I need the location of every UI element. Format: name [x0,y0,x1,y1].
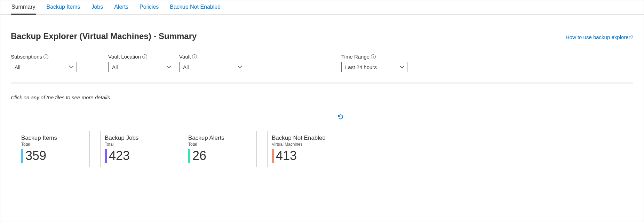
tile-backup-alerts[interactable]: Backup Alerts Total 26 [184,131,257,167]
tile-title: Backup Not Enabled [272,135,336,141]
tile-value: 26 [192,150,206,162]
tab-alerts[interactable]: Alerts [113,1,129,15]
chevron-down-icon [69,64,74,69]
tile-value: 423 [109,150,130,162]
tile-value: 413 [276,150,297,162]
header-row: Backup Explorer (Virtual Machines) - Sum… [0,15,644,41]
info-icon[interactable]: i [192,54,197,59]
info-icon[interactable]: i [43,54,48,59]
tab-summary[interactable]: Summary [11,1,36,15]
tab-bar: Summary Backup Items Jobs Alerts Policie… [0,0,644,15]
tile-title: Backup Jobs [105,135,169,141]
filter-vault-location-label: Vault Location i [108,54,179,60]
tile-sub: Total [105,142,169,147]
vault-dropdown[interactable]: All [179,62,245,72]
filter-time-range: Time Range i Last 24 hours [341,54,411,72]
filter-row: Subscriptions i All Vault Location i All [0,41,644,72]
undo-row [0,100,644,122]
time-range-dropdown-value: Last 24 hours [345,64,377,70]
tile-accent-bar [272,149,274,163]
page-frame: Summary Backup Items Jobs Alerts Policie… [0,0,644,222]
tile-value: 359 [25,150,46,162]
tile-sub: Total [188,142,252,147]
tile-sub: Virtual Machines [272,142,336,147]
subscriptions-dropdown[interactable]: All [11,62,77,72]
info-icon[interactable]: i [371,54,376,59]
filter-time-range-label: Time Range i [341,54,411,60]
tab-backup-not-enabled[interactable]: Backup Not Enabled [169,1,221,15]
chevron-down-icon [237,64,242,69]
help-link[interactable]: How to use backup explorer? [566,34,633,40]
filter-vault: Vault i All [179,54,341,72]
tile-value-row: 423 [105,149,169,163]
filter-time-range-label-text: Time Range [341,54,369,60]
tile-accent-bar [21,149,23,163]
chevron-down-icon [166,64,171,69]
filter-vault-location: Vault Location i All [108,54,179,72]
tile-accent-bar [188,149,190,163]
subscriptions-dropdown-value: All [15,64,21,70]
tile-sub: Total [21,142,85,147]
undo-icon[interactable] [337,114,344,122]
tab-jobs[interactable]: Jobs [90,1,104,15]
filter-vault-label: Vault i [179,54,341,60]
hint-text: Click on any of the tiles to see more de… [0,84,644,100]
tab-backup-items[interactable]: Backup Items [46,1,81,15]
tile-title: Backup Items [21,135,85,141]
info-icon[interactable]: i [142,54,147,59]
vault-location-dropdown-value: All [112,64,118,70]
tile-backup-jobs[interactable]: Backup Jobs Total 423 [100,131,173,167]
vault-dropdown-value: All [183,64,189,70]
tile-accent-bar [105,149,107,163]
vault-location-dropdown[interactable]: All [108,62,174,72]
filter-subscriptions-label: Subscriptions i [11,54,108,60]
page-title: Backup Explorer (Virtual Machines) - Sum… [11,31,197,41]
filter-vault-label-text: Vault [179,54,191,60]
tile-value-row: 413 [272,149,336,163]
filter-subscriptions-label-text: Subscriptions [11,54,42,60]
tile-title: Backup Alerts [188,135,252,141]
tile-value-row: 26 [188,149,252,163]
time-range-dropdown[interactable]: Last 24 hours [341,62,407,72]
filter-subscriptions: Subscriptions i All [11,54,108,72]
tile-value-row: 359 [21,149,85,163]
chevron-down-icon [399,64,404,69]
tile-backup-not-enabled[interactable]: Backup Not Enabled Virtual Machines 413 [267,131,340,167]
tile-backup-items[interactable]: Backup Items Total 359 [17,131,90,167]
filter-vault-location-label-text: Vault Location [108,54,141,60]
tab-policies[interactable]: Policies [139,1,159,15]
tiles-row: Backup Items Total 359 Backup Jobs Total… [0,122,644,167]
